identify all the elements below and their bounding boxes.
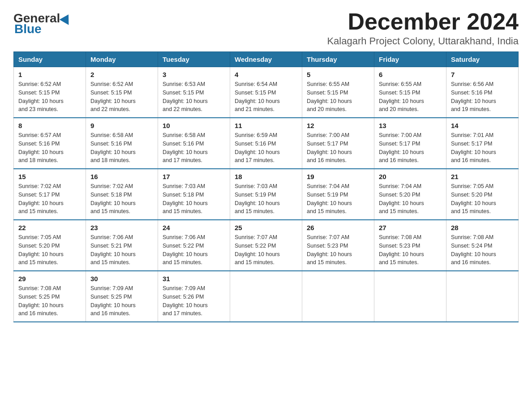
day-info: Sunrise: 7:08 AM Sunset: 5:23 PM Dayligh… xyxy=(379,233,442,267)
calendar-day-cell: 2 Sunrise: 6:52 AM Sunset: 5:15 PM Dayli… xyxy=(86,67,158,118)
day-number: 29 xyxy=(18,275,81,283)
day-number: 30 xyxy=(90,275,153,283)
header: General Blue December 2024 Kalagarh Proj… xyxy=(13,9,519,47)
day-info: Sunrise: 6:52 AM Sunset: 5:15 PM Dayligh… xyxy=(18,80,81,114)
calendar-day-cell: 1 Sunrise: 6:52 AM Sunset: 5:15 PM Dayli… xyxy=(14,67,86,118)
day-info: Sunrise: 7:07 AM Sunset: 5:23 PM Dayligh… xyxy=(307,233,369,267)
day-info: Sunrise: 7:04 AM Sunset: 5:20 PM Dayligh… xyxy=(379,182,442,216)
day-number: 7 xyxy=(451,71,514,78)
day-number: 26 xyxy=(307,224,369,231)
calendar-day-cell: 9 Sunrise: 6:58 AM Sunset: 5:16 PM Dayli… xyxy=(86,118,158,169)
day-number: 3 xyxy=(163,71,225,78)
day-info: Sunrise: 7:03 AM Sunset: 5:18 PM Dayligh… xyxy=(163,182,225,216)
day-of-week-header: Sunday xyxy=(14,52,86,67)
calendar-week-row: 15 Sunrise: 7:02 AM Sunset: 5:17 PM Dayl… xyxy=(14,169,519,220)
calendar-day-cell xyxy=(374,271,446,322)
day-number: 4 xyxy=(235,71,297,78)
day-number: 1 xyxy=(18,71,81,78)
calendar-day-cell: 20 Sunrise: 7:04 AM Sunset: 5:20 PM Dayl… xyxy=(374,169,446,220)
day-number: 23 xyxy=(90,224,153,231)
day-info: Sunrise: 6:52 AM Sunset: 5:15 PM Dayligh… xyxy=(90,80,153,114)
day-of-week-header: Monday xyxy=(86,52,158,67)
logo-blue-text: Blue xyxy=(14,22,42,36)
calendar-table: SundayMondayTuesdayWednesdayThursdayFrid… xyxy=(13,51,519,322)
calendar-day-cell: 14 Sunrise: 7:01 AM Sunset: 5:17 PM Dayl… xyxy=(446,118,519,169)
day-info: Sunrise: 6:58 AM Sunset: 5:16 PM Dayligh… xyxy=(163,131,225,165)
day-number: 31 xyxy=(163,275,225,283)
day-info: Sunrise: 7:00 AM Sunset: 5:17 PM Dayligh… xyxy=(379,131,442,165)
calendar-day-cell: 25 Sunrise: 7:07 AM Sunset: 5:22 PM Dayl… xyxy=(230,220,302,271)
day-info: Sunrise: 7:08 AM Sunset: 5:24 PM Dayligh… xyxy=(451,233,514,267)
calendar-week-row: 8 Sunrise: 6:57 AM Sunset: 5:16 PM Dayli… xyxy=(14,118,519,169)
day-number: 27 xyxy=(379,224,442,231)
calendar-day-cell: 15 Sunrise: 7:02 AM Sunset: 5:17 PM Dayl… xyxy=(14,169,86,220)
day-info: Sunrise: 6:54 AM Sunset: 5:15 PM Dayligh… xyxy=(235,80,297,114)
calendar-header-row: SundayMondayTuesdayWednesdayThursdayFrid… xyxy=(14,52,519,67)
day-number: 10 xyxy=(163,122,225,129)
logo: General Blue xyxy=(13,11,73,36)
day-number: 13 xyxy=(379,122,442,129)
calendar-day-cell: 22 Sunrise: 7:05 AM Sunset: 5:20 PM Dayl… xyxy=(14,220,86,271)
calendar-day-cell: 28 Sunrise: 7:08 AM Sunset: 5:24 PM Dayl… xyxy=(446,220,519,271)
day-number: 22 xyxy=(18,224,81,231)
calendar-day-cell: 19 Sunrise: 7:04 AM Sunset: 5:19 PM Dayl… xyxy=(302,169,374,220)
day-number: 2 xyxy=(90,71,153,78)
calendar-day-cell: 8 Sunrise: 6:57 AM Sunset: 5:16 PM Dayli… xyxy=(14,118,86,169)
day-info: Sunrise: 7:05 AM Sunset: 5:20 PM Dayligh… xyxy=(451,182,514,216)
calendar-day-cell: 10 Sunrise: 6:58 AM Sunset: 5:16 PM Dayl… xyxy=(158,118,230,169)
day-info: Sunrise: 6:53 AM Sunset: 5:15 PM Dayligh… xyxy=(163,80,225,114)
day-info: Sunrise: 7:06 AM Sunset: 5:22 PM Dayligh… xyxy=(163,233,225,267)
day-number: 25 xyxy=(235,224,297,231)
day-info: Sunrise: 6:56 AM Sunset: 5:16 PM Dayligh… xyxy=(451,80,514,114)
title-area: December 2024 Kalagarh Project Colony, U… xyxy=(327,9,519,47)
calendar-day-cell: 21 Sunrise: 7:05 AM Sunset: 5:20 PM Dayl… xyxy=(446,169,519,220)
day-number: 17 xyxy=(163,173,225,180)
day-info: Sunrise: 7:07 AM Sunset: 5:22 PM Dayligh… xyxy=(235,233,297,267)
day-info: Sunrise: 7:09 AM Sunset: 5:26 PM Dayligh… xyxy=(163,284,225,318)
day-number: 6 xyxy=(379,71,442,78)
day-number: 5 xyxy=(307,71,369,78)
calendar-day-cell: 3 Sunrise: 6:53 AM Sunset: 5:15 PM Dayli… xyxy=(158,67,230,118)
calendar-week-row: 29 Sunrise: 7:08 AM Sunset: 5:25 PM Dayl… xyxy=(14,271,519,322)
day-number: 18 xyxy=(235,173,297,180)
calendar-day-cell: 7 Sunrise: 6:56 AM Sunset: 5:16 PM Dayli… xyxy=(446,67,519,118)
day-number: 11 xyxy=(235,122,297,129)
calendar-day-cell xyxy=(446,271,519,322)
month-title: December 2024 xyxy=(327,9,519,34)
day-of-week-header: Wednesday xyxy=(230,52,302,67)
day-number: 16 xyxy=(90,173,153,180)
day-info: Sunrise: 7:00 AM Sunset: 5:17 PM Dayligh… xyxy=(307,131,369,165)
day-info: Sunrise: 7:04 AM Sunset: 5:19 PM Dayligh… xyxy=(307,182,369,216)
day-info: Sunrise: 6:57 AM Sunset: 5:16 PM Dayligh… xyxy=(18,131,81,165)
day-info: Sunrise: 7:08 AM Sunset: 5:25 PM Dayligh… xyxy=(18,284,81,318)
calendar-day-cell: 18 Sunrise: 7:03 AM Sunset: 5:19 PM Dayl… xyxy=(230,169,302,220)
calendar-day-cell: 13 Sunrise: 7:00 AM Sunset: 5:17 PM Dayl… xyxy=(374,118,446,169)
day-info: Sunrise: 6:55 AM Sunset: 5:15 PM Dayligh… xyxy=(379,80,442,114)
day-of-week-header: Tuesday xyxy=(158,52,230,67)
day-of-week-header: Thursday xyxy=(302,52,374,67)
day-info: Sunrise: 7:02 AM Sunset: 5:18 PM Dayligh… xyxy=(90,182,153,216)
calendar-day-cell: 30 Sunrise: 7:09 AM Sunset: 5:25 PM Dayl… xyxy=(86,271,158,322)
calendar-week-row: 1 Sunrise: 6:52 AM Sunset: 5:15 PM Dayli… xyxy=(14,67,519,118)
day-number: 8 xyxy=(18,122,81,129)
calendar-day-cell: 5 Sunrise: 6:55 AM Sunset: 5:15 PM Dayli… xyxy=(302,67,374,118)
day-info: Sunrise: 7:03 AM Sunset: 5:19 PM Dayligh… xyxy=(235,182,297,216)
day-number: 20 xyxy=(379,173,442,180)
day-info: Sunrise: 7:02 AM Sunset: 5:17 PM Dayligh… xyxy=(18,182,81,216)
day-number: 19 xyxy=(307,173,369,180)
calendar-day-cell: 11 Sunrise: 6:59 AM Sunset: 5:16 PM Dayl… xyxy=(230,118,302,169)
calendar-day-cell: 31 Sunrise: 7:09 AM Sunset: 5:26 PM Dayl… xyxy=(158,271,230,322)
calendar-day-cell: 23 Sunrise: 7:06 AM Sunset: 5:21 PM Dayl… xyxy=(86,220,158,271)
calendar-day-cell: 4 Sunrise: 6:54 AM Sunset: 5:15 PM Dayli… xyxy=(230,67,302,118)
day-number: 15 xyxy=(18,173,81,180)
calendar-day-cell: 17 Sunrise: 7:03 AM Sunset: 5:18 PM Dayl… xyxy=(158,169,230,220)
day-number: 12 xyxy=(307,122,369,129)
day-info: Sunrise: 7:01 AM Sunset: 5:17 PM Dayligh… xyxy=(451,131,514,165)
day-number: 21 xyxy=(451,173,514,180)
calendar-day-cell: 24 Sunrise: 7:06 AM Sunset: 5:22 PM Dayl… xyxy=(158,220,230,271)
calendar-day-cell: 27 Sunrise: 7:08 AM Sunset: 5:23 PM Dayl… xyxy=(374,220,446,271)
logo-triangle-icon xyxy=(60,12,73,25)
calendar-day-cell: 29 Sunrise: 7:08 AM Sunset: 5:25 PM Dayl… xyxy=(14,271,86,322)
calendar-day-cell: 12 Sunrise: 7:00 AM Sunset: 5:17 PM Dayl… xyxy=(302,118,374,169)
calendar-day-cell: 16 Sunrise: 7:02 AM Sunset: 5:18 PM Dayl… xyxy=(86,169,158,220)
